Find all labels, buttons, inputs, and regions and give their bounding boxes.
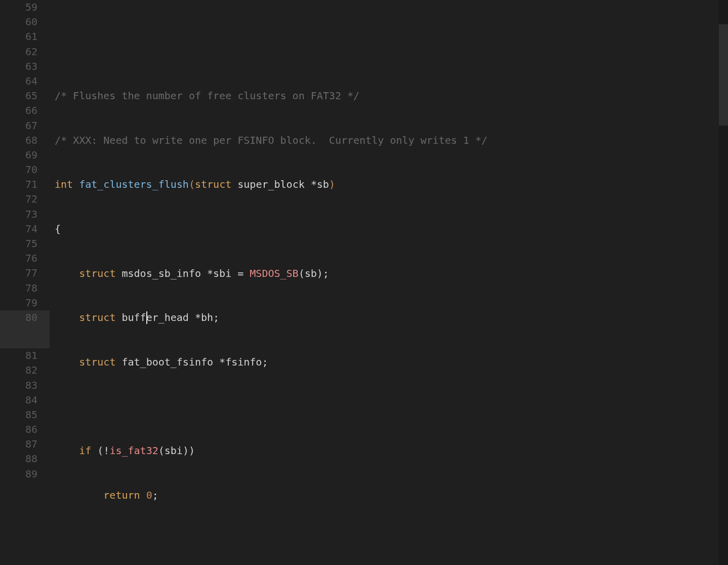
gutter-number: 74 xyxy=(0,222,50,236)
gutter-number: 68 xyxy=(0,133,50,148)
code-line[interactable]: /* Flushes the number of free clusters o… xyxy=(55,89,728,103)
code-line[interactable] xyxy=(55,532,728,547)
gutter-number: 59 xyxy=(0,0,50,15)
gutter-number: 78 xyxy=(0,281,50,296)
gutter-number: 66 xyxy=(0,103,50,118)
gutter-number: 79 xyxy=(0,296,50,310)
gutter-number: 85 xyxy=(0,408,50,422)
code-line[interactable]: return 0; xyxy=(55,488,728,503)
text-cursor xyxy=(146,311,147,324)
gutter-number: 76 xyxy=(0,251,50,266)
code-line[interactable] xyxy=(55,45,728,59)
code-line[interactable] xyxy=(55,399,728,414)
gutter-number: 77 xyxy=(0,266,50,280)
code-line[interactable]: struct msdos_sb_info *sbi = MSDOS_SB(sb)… xyxy=(55,266,728,281)
gutter-number: 87 xyxy=(0,437,50,452)
gutter-number: 82 xyxy=(0,363,50,378)
code-line[interactable]: { xyxy=(55,222,728,236)
gutter-number: 71 xyxy=(0,177,50,192)
gutter-number: 67 xyxy=(0,118,50,133)
gutter-number xyxy=(0,325,50,348)
gutter: 5960616263646566676869707172737475767778… xyxy=(0,0,50,481)
code-editor[interactable]: 5960616263646566676869707172737475767778… xyxy=(0,0,728,565)
gutter-number: 65 xyxy=(0,89,50,103)
gutter-number: 61 xyxy=(0,29,50,44)
gutter-number: 81 xyxy=(0,348,50,363)
gutter-number: 80 xyxy=(0,310,50,325)
gutter-number: 73 xyxy=(0,207,50,222)
gutter-number: 89 xyxy=(0,467,50,481)
gutter-number: 64 xyxy=(0,74,50,89)
code-line[interactable]: if (!is_fat32(sbi)) xyxy=(55,443,728,458)
gutter-number: 84 xyxy=(0,393,50,408)
gutter-number: 86 xyxy=(0,422,50,437)
gutter-number: 70 xyxy=(0,163,50,177)
gutter-number: 69 xyxy=(0,148,50,163)
code-line[interactable]: struct fat_boot_fsinfo *fsinfo; xyxy=(55,355,728,370)
gutter-number: 60 xyxy=(0,15,50,29)
gutter-number: 75 xyxy=(0,236,50,251)
gutter-number: 63 xyxy=(0,59,50,74)
code-line[interactable]: /* XXX: Need to write one per FSINFO blo… xyxy=(55,133,728,148)
gutter-number: 88 xyxy=(0,452,50,466)
gutter-number: 83 xyxy=(0,378,50,393)
code-line[interactable]: struct buffer_head *bh; xyxy=(55,310,728,325)
gutter-number: 72 xyxy=(0,192,50,207)
code-area[interactable]: /* Flushes the number of free clusters o… xyxy=(55,0,728,565)
code-line[interactable]: int fat_clusters_flush(struct super_bloc… xyxy=(55,177,728,192)
gutter-number: 62 xyxy=(0,45,50,59)
